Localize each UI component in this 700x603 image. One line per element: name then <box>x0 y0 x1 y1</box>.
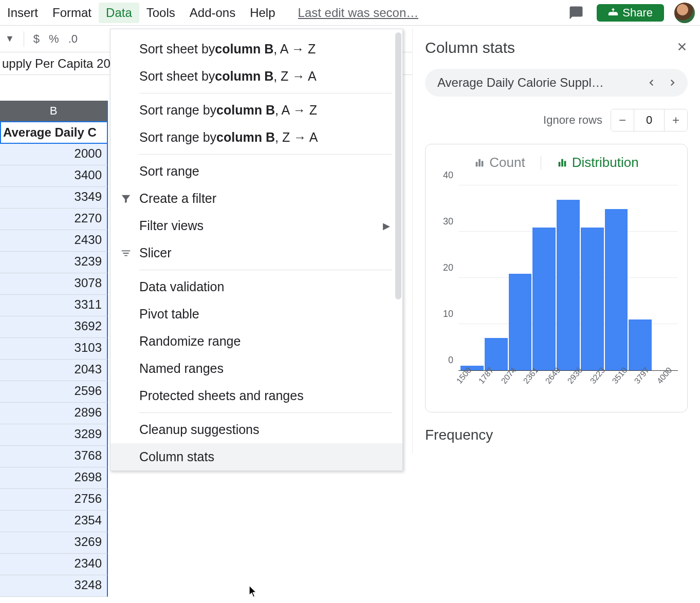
spreadsheet-grid[interactable]: B Average Daily C 2000340033492270243032… <box>0 101 108 597</box>
menu-sort-range-az[interactable]: Sort range by column B, A → Z <box>110 97 402 124</box>
data-cell[interactable]: 3692 <box>0 316 108 338</box>
data-cell[interactable]: 2756 <box>0 489 108 511</box>
data-cell[interactable]: 2596 <box>0 381 108 403</box>
share-label: Share <box>622 6 653 20</box>
data-cell[interactable]: 3311 <box>0 295 108 316</box>
svg-rect-4 <box>561 159 563 166</box>
ignore-rows-stepper: − 0 + <box>611 109 688 131</box>
data-cell[interactable]: 3289 <box>0 424 108 446</box>
user-avatar[interactable] <box>674 3 695 23</box>
data-cell[interactable]: 3103 <box>0 338 108 360</box>
menu-divider <box>139 412 392 413</box>
menu-randomize-range[interactable]: Randomize range <box>110 328 402 355</box>
y-tick: 40 <box>443 170 453 181</box>
menu-sort-sheet-az[interactable]: Sort sheet by column B, A → Z <box>110 35 402 63</box>
menu-insert[interactable]: Insert <box>0 3 45 23</box>
data-cell[interactable]: 2043 <box>0 360 108 381</box>
menu-cleanup-suggestions[interactable]: Cleanup suggestions <box>110 416 402 443</box>
data-cell[interactable]: 3248 <box>0 575 108 597</box>
menu-column-stats[interactable]: Column stats <box>110 443 402 470</box>
data-cell[interactable]: 2354 <box>0 511 108 532</box>
svg-rect-3 <box>558 162 560 166</box>
count-tab[interactable]: Count <box>474 155 525 171</box>
next-column-button[interactable] <box>662 72 683 93</box>
menu-help[interactable]: Help <box>243 3 282 23</box>
menu-named-ranges[interactable]: Named ranges <box>110 355 402 382</box>
histogram-bar <box>581 228 604 370</box>
menu-data-validation[interactable]: Data validation <box>110 273 402 300</box>
column-stats-panel: Column stats Average Daily Calorie Suppl… <box>412 29 700 454</box>
comments-icon[interactable] <box>566 3 586 23</box>
menu-sort-sheet-za[interactable]: Sort sheet by column B, Z → A <box>110 63 402 90</box>
menu-filter-views[interactable]: Filter views ▶ <box>110 212 402 239</box>
menu-create-filter[interactable]: Create a filter <box>110 185 402 212</box>
data-menu-dropdown: Sort sheet by column B, A → Z Sort sheet… <box>110 29 403 471</box>
data-cell[interactable]: 2000 <box>0 144 108 165</box>
menu-divider <box>139 93 392 93</box>
histogram-bar <box>557 200 580 370</box>
histogram-bar <box>629 319 652 370</box>
svg-rect-0 <box>476 162 478 166</box>
filter-icon <box>119 193 133 204</box>
column-selector: Average Daily Calorie Suppl… <box>425 69 688 97</box>
decrease-decimal-button[interactable]: .0 <box>68 32 78 46</box>
menu-format[interactable]: Format <box>45 3 99 23</box>
y-tick: 20 <box>443 262 453 273</box>
distribution-tab[interactable]: Distribution <box>557 155 639 171</box>
svg-rect-1 <box>478 159 481 166</box>
increment-button[interactable]: + <box>665 109 687 131</box>
data-cell[interactable]: 2698 <box>0 467 108 489</box>
data-cell[interactable]: 3400 <box>0 165 108 187</box>
data-cell[interactable]: 3349 <box>0 187 108 209</box>
menu-slicer[interactable]: Slicer <box>110 239 402 267</box>
data-cell[interactable]: 2430 <box>0 230 108 252</box>
data-cell[interactable]: 2270 <box>0 209 108 230</box>
menu-pivot-table[interactable]: Pivot table <box>110 300 402 328</box>
menu-divider <box>139 154 392 155</box>
y-tick: 0 <box>448 355 453 366</box>
share-button[interactable]: Share <box>597 4 664 22</box>
menu-protected-sheets[interactable]: Protected sheets and ranges <box>110 382 402 409</box>
percent-format-button[interactable]: % <box>49 32 59 46</box>
menu-sort-range-za[interactable]: Sort range by column B, Z → A <box>110 124 402 151</box>
distribution-chart: 010203040 150017872074236126492936322335… <box>435 186 678 391</box>
last-edit-link[interactable]: Last edit was secon… <box>298 6 419 20</box>
currency-format-button[interactable]: $ <box>33 32 40 46</box>
data-cell[interactable]: 3768 <box>0 446 108 467</box>
close-button[interactable] <box>676 40 688 56</box>
panel-title: Column stats <box>425 39 515 56</box>
histogram-bar <box>605 209 628 370</box>
toolbar-divider <box>24 31 24 47</box>
histogram-bar <box>509 274 532 370</box>
ignore-rows-label: Ignore rows <box>543 114 602 127</box>
gridline <box>458 185 678 185</box>
slicer-icon <box>119 248 133 259</box>
data-cell[interactable]: 2340 <box>0 554 108 575</box>
toolbar-dropdown[interactable]: ▼ <box>5 33 14 44</box>
column-header-b[interactable]: B <box>0 101 108 121</box>
data-cell[interactable]: 3269 <box>0 532 108 554</box>
y-tick: 10 <box>443 309 453 319</box>
svg-rect-5 <box>564 161 566 166</box>
prev-column-button[interactable] <box>641 72 662 93</box>
menu-sort-range[interactable]: Sort range <box>110 158 402 185</box>
data-cell[interactable]: 3239 <box>0 252 108 273</box>
histogram-bar <box>532 228 556 370</box>
ignore-rows-value[interactable]: 0 <box>634 109 665 131</box>
menu-divider <box>139 270 392 270</box>
frequency-heading: Frequency <box>425 427 688 443</box>
cell-b1-header[interactable]: Average Daily C <box>0 121 108 144</box>
data-cell[interactable]: 3078 <box>0 273 108 295</box>
menu-data[interactable]: Data <box>99 3 139 23</box>
menu-add-ons[interactable]: Add-ons <box>182 3 243 23</box>
svg-rect-2 <box>482 161 484 166</box>
sheet-name-fragment: upply Per Capita 20 <box>2 56 110 71</box>
chart-card: Count Distribution 010203040 15001787207… <box>425 144 688 412</box>
decrement-button[interactable]: − <box>611 109 634 131</box>
cursor-icon <box>249 586 258 598</box>
menu-tools[interactable]: Tools <box>139 3 182 23</box>
submenu-arrow-icon: ▶ <box>383 220 390 232</box>
selected-column-name: Average Daily Calorie Suppl… <box>437 76 641 90</box>
menu-bar: InsertFormatDataToolsAdd-onsHelp Last ed… <box>0 0 700 26</box>
data-cell[interactable]: 2896 <box>0 403 108 424</box>
